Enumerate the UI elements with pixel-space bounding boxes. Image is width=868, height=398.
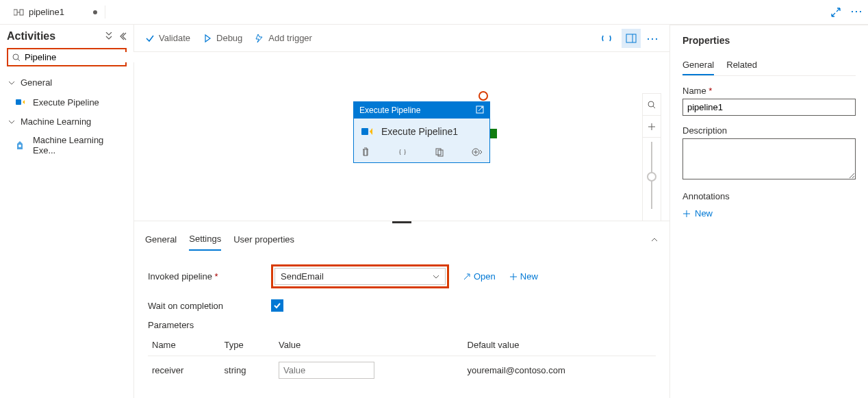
- dropdown-value: SendEmail: [281, 271, 324, 282]
- properties-panel: Properties General Related Name * Descri…: [669, 25, 868, 398]
- canvas-toolbar: Validate Debug Add trigger ⋯: [134, 25, 669, 52]
- delete-icon[interactable]: [361, 147, 370, 157]
- group-general[interactable]: General: [7, 73, 127, 92]
- invoked-pipeline-dropdown[interactable]: SendEmail: [271, 264, 449, 288]
- col-name: Name: [148, 334, 220, 356]
- wait-on-completion-label: Wait on completion: [148, 301, 271, 311]
- chevron-down-icon: [8, 79, 15, 86]
- param-name: receiver: [148, 356, 220, 385]
- props-tab-general[interactable]: General: [682, 55, 714, 75]
- activities-search-field[interactable]: [25, 52, 140, 62]
- more-icon[interactable]: ⋯: [850, 8, 863, 17]
- wait-on-completion-checkbox[interactable]: [271, 299, 283, 312]
- copy-icon[interactable]: [435, 147, 444, 157]
- parameters-heading: Parameters: [148, 320, 656, 330]
- edit-activity-icon[interactable]: [476, 105, 484, 115]
- zoom-in-button[interactable]: [642, 116, 661, 138]
- success-port[interactable]: [490, 129, 497, 138]
- svg-point-2: [13, 54, 18, 60]
- svg-rect-3: [16, 99, 21, 105]
- name-input[interactable]: [682, 99, 856, 116]
- collapse-pane-icon[interactable]: [650, 236, 659, 244]
- param-default: youremail@contoso.com: [463, 356, 656, 385]
- invoked-pipeline-label: Invoked pipeline *: [148, 271, 271, 282]
- svg-rect-0: [14, 10, 17, 15]
- group-label: General: [21, 77, 52, 88]
- activity-execute-pipeline[interactable]: Execute Pipeline: [7, 92, 127, 112]
- execute-pipeline-icon: [361, 125, 376, 138]
- zoom-slider-thumb[interactable]: [647, 172, 656, 182]
- document-tab[interactable]: pipeline1: [5, 0, 105, 24]
- document-tab-title: pipeline1: [29, 7, 64, 17]
- properties-title: Properties: [682, 35, 856, 46]
- node-type-label: Execute Pipeline: [359, 105, 420, 115]
- execute-pipeline-icon: [15, 96, 27, 108]
- activities-sidebar: Activities General Execut: [0, 25, 134, 398]
- table-row: receiver string youremail@contoso.com: [148, 356, 656, 385]
- add-trigger-button[interactable]: Add trigger: [255, 33, 312, 43]
- param-value-input[interactable]: [279, 362, 374, 379]
- activity-ml-execute[interactable]: Machine Learning Exe...: [7, 131, 127, 160]
- param-type: string: [220, 356, 275, 385]
- collapse-sidebar-icon[interactable]: [118, 32, 127, 40]
- code-icon[interactable]: [398, 147, 407, 157]
- props-tab-related[interactable]: Related: [726, 55, 757, 75]
- parameters-table: Name Type Value Default value receiver s…: [148, 334, 656, 384]
- activities-search-input[interactable]: [7, 48, 127, 66]
- debug-button[interactable]: Debug: [203, 33, 242, 43]
- group-machine-learning[interactable]: Machine Learning: [7, 112, 127, 131]
- validate-button[interactable]: Validate: [145, 33, 190, 43]
- node-header[interactable]: Execute Pipeline: [354, 102, 489, 119]
- activity-node-execute-pipeline[interactable]: Execute Pipeline Execute Pipeline1: [353, 101, 490, 163]
- chevron-down-icon: [8, 119, 15, 125]
- editor-center: Validate Debug Add trigger ⋯: [134, 25, 669, 398]
- code-view-button[interactable]: [597, 29, 616, 48]
- fit-zoom-button[interactable]: [642, 94, 661, 116]
- tab-user-properties[interactable]: User properties: [233, 229, 294, 250]
- group-label: Machine Learning: [21, 116, 91, 127]
- validation-error-marker: [478, 91, 488, 101]
- new-annotation-button[interactable]: New: [682, 208, 713, 219]
- name-label: Name *: [682, 86, 856, 96]
- zoom-rail: [642, 93, 661, 221]
- zoom-out-button[interactable]: [642, 213, 661, 221]
- col-value: Value: [275, 334, 463, 356]
- expand-icon[interactable]: [831, 8, 841, 17]
- activity-label: Machine Learning Exe...: [33, 135, 125, 156]
- new-pipeline-button[interactable]: New: [509, 271, 538, 282]
- svg-point-4: [18, 145, 21, 147]
- activities-heading: Activities: [7, 30, 55, 42]
- open-pipeline-button[interactable]: Open: [463, 271, 496, 282]
- node-title: Execute Pipeline1: [381, 126, 458, 137]
- svg-rect-1: [20, 10, 23, 15]
- tab-general[interactable]: General: [145, 229, 177, 250]
- zoom-slider[interactable]: [642, 138, 661, 213]
- activity-label: Execute Pipeline: [33, 97, 99, 108]
- pipeline-icon: [14, 8, 25, 17]
- col-type: Type: [220, 334, 275, 356]
- svg-rect-7: [361, 128, 368, 135]
- add-output-icon[interactable]: [472, 147, 483, 157]
- pipeline-canvas[interactable]: Execute Pipeline Execute Pipeline1: [134, 52, 669, 221]
- tab-settings[interactable]: Settings: [189, 228, 221, 251]
- more-icon[interactable]: ⋯: [646, 31, 659, 46]
- search-icon: [12, 53, 21, 62]
- description-label: Description: [682, 125, 856, 136]
- chevron-down-icon: [433, 273, 439, 280]
- svg-rect-5: [626, 34, 636, 42]
- unsaved-dot-icon: [93, 10, 97, 14]
- collapse-all-icon[interactable]: [103, 32, 114, 40]
- svg-point-11: [648, 101, 654, 107]
- document-tab-strip: pipeline1 ⋯: [0, 0, 868, 25]
- description-textarea[interactable]: [682, 138, 856, 179]
- annotations-label: Annotations: [682, 191, 856, 201]
- ml-icon: [15, 139, 27, 151]
- col-default: Default value: [463, 334, 656, 356]
- properties-panel-button[interactable]: [622, 29, 641, 48]
- lower-pane: General Settings User properties Invoked…: [134, 221, 669, 398]
